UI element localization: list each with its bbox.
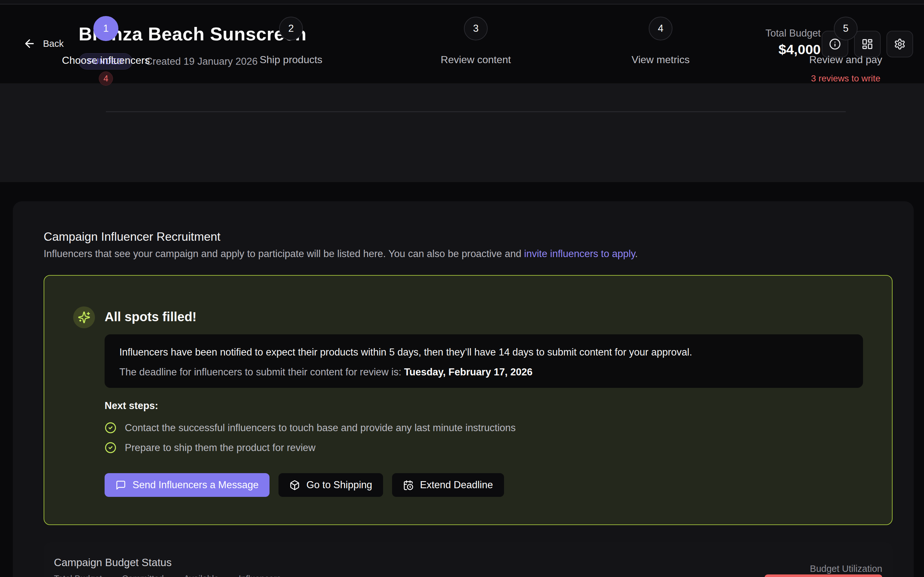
next-step-item-2: Prepare to ship them the product for rev… xyxy=(105,442,315,454)
step-4-circle[interactable]: 4 xyxy=(649,17,672,40)
message-square-icon xyxy=(115,480,126,490)
notice-line-1: Influencers have been notified to expect… xyxy=(120,347,848,358)
banner-title: All spots filled! xyxy=(105,309,197,324)
notice-line-2: The deadline for influencers to submit t… xyxy=(120,366,848,378)
step-5-note[interactable]: 3 reviews to write xyxy=(769,73,923,84)
go-to-shipping-button[interactable]: Go to Shipping xyxy=(278,473,383,497)
extend-deadline-button[interactable]: Extend Deadline xyxy=(392,473,504,497)
next-step-1-text: Contact the successful influencers to to… xyxy=(125,422,515,434)
package-icon xyxy=(289,480,300,490)
step-3-label: Review content xyxy=(399,54,553,66)
stepper xyxy=(0,83,924,182)
check-circle-icon xyxy=(105,422,116,434)
next-steps-label: Next steps: xyxy=(105,400,158,412)
step-3-circle[interactable]: 3 xyxy=(464,17,488,40)
next-step-item-1: Contact the successful influencers to to… xyxy=(105,422,515,434)
budget-column-labels: Total Budget Committed Available Influen… xyxy=(54,574,281,577)
section-heading: Campaign Influencer Recruitment xyxy=(44,230,220,243)
step-2-circle[interactable]: 2 xyxy=(279,17,303,40)
step-4-label: View metrics xyxy=(583,54,738,66)
invite-influencers-link[interactable]: invite influencers to apply xyxy=(524,248,635,259)
stepper-connector xyxy=(106,111,846,112)
step-review-content[interactable]: 3 Review content xyxy=(399,0,553,66)
col-available: Available xyxy=(184,574,219,577)
budget-status-heading: Campaign Budget Status xyxy=(54,556,172,569)
step-1-circle[interactable]: 1 xyxy=(94,16,118,41)
budget-utilization-label: Budget Utilization xyxy=(810,564,882,574)
step-5-label: Review and pay xyxy=(769,54,923,66)
next-step-2-text: Prepare to ship them the product for rev… xyxy=(125,442,315,454)
col-total-budget: Total Budget xyxy=(54,574,102,577)
step-choose-influencers[interactable]: 1 Choose influencers 4 xyxy=(29,0,183,85)
step-1-count-badge: 4 xyxy=(99,71,113,85)
description-suffix: . xyxy=(635,248,638,259)
step-2-label: Ship products xyxy=(214,54,368,66)
budget-utilization-bar xyxy=(764,574,882,577)
section-description: Influencers that see your campaign and a… xyxy=(44,248,638,259)
sparkle-badge xyxy=(73,306,95,328)
calendar-clock-icon xyxy=(403,480,414,490)
step-view-metrics[interactable]: 4 View metrics xyxy=(583,0,738,66)
col-committed: Committed xyxy=(122,574,164,577)
send-message-button[interactable]: Send Influencers a Message xyxy=(105,473,270,497)
step-ship-products[interactable]: 2 Ship products xyxy=(214,0,368,66)
deadline-date: Tuesday, February 17, 2026 xyxy=(404,366,532,378)
step-5-circle[interactable]: 5 xyxy=(834,17,858,40)
col-influencers: Influencers xyxy=(239,574,281,577)
check-circle-icon xyxy=(105,442,116,454)
step-1-label: Choose influencers xyxy=(29,55,183,66)
step-review-and-pay[interactable]: 5 Review and pay 3 reviews to write xyxy=(769,0,923,84)
description-text: Influencers that see your campaign and a… xyxy=(44,248,524,259)
sparkles-icon xyxy=(78,311,90,324)
notice-box: Influencers have been notified to expect… xyxy=(105,334,863,388)
